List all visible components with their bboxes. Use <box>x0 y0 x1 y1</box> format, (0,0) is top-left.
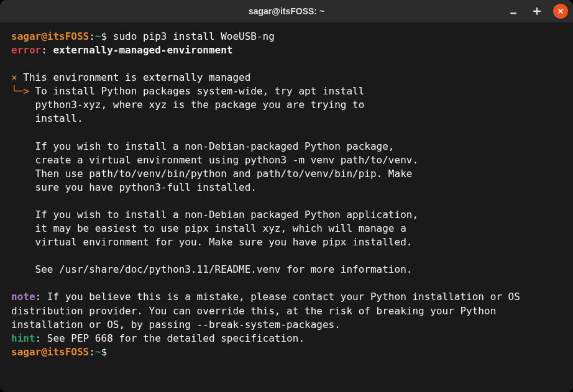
cursor <box>107 346 113 358</box>
pad <box>11 99 35 111</box>
pad <box>11 168 35 180</box>
close-button[interactable] <box>553 4 568 19</box>
hint-label: hint <box>11 332 35 344</box>
pad <box>11 222 35 234</box>
block-line: it may be easiest to use pipx install xy… <box>35 222 406 234</box>
error-label: error <box>11 44 41 56</box>
pad <box>11 209 35 221</box>
hint-text: : See PEP 668 for the detailed specifica… <box>35 332 305 344</box>
block-line: install. <box>35 112 83 124</box>
prompt-dollar: $ <box>101 30 108 42</box>
prompt-dollar: $ <box>101 346 108 358</box>
prompt-path: ~ <box>95 30 101 42</box>
pad <box>11 263 35 275</box>
error-sep: : <box>41 44 53 56</box>
maximize-button[interactable] <box>529 4 544 19</box>
pad <box>11 127 35 139</box>
minimize-button[interactable] <box>506 4 521 19</box>
pad <box>11 112 35 124</box>
prompt-userhost: sagar@itsFOSS <box>11 30 89 42</box>
block-line: sure you have python3-full installed. <box>35 181 257 193</box>
terminal-content[interactable]: sagar@itsFOSS:~$ sudo pip3 install WoeUS… <box>0 22 573 392</box>
prompt-path: ~ <box>95 346 101 358</box>
block-line: If you wish to install a non-Debian-pack… <box>35 140 395 152</box>
block-line: Then use path/to/venv/bin/python and pat… <box>35 168 413 180</box>
terminal-window: sagar@itsFOSS: ~ sagar@itsFOSS:~$ sudo p… <box>0 0 573 392</box>
note-text: : If you believe this is a mistake, plea… <box>11 291 526 330</box>
pad <box>11 154 35 166</box>
pad <box>11 140 35 152</box>
window-title: sagar@itsFOSS: ~ <box>249 6 324 16</box>
prompt-sep: : <box>89 346 95 358</box>
block-line: python3-xyz, where xyz is the package yo… <box>35 99 365 111</box>
titlebar: sagar@itsFOSS: ~ <box>0 0 573 22</box>
block-line: See /usr/share/doc/python3.11/README.ven… <box>35 263 413 275</box>
error-message: externally-managed-environment <box>53 44 232 56</box>
pad <box>11 181 35 193</box>
pad <box>11 236 35 248</box>
block-line: create a virtual environment using pytho… <box>35 154 419 166</box>
prompt-userhost: sagar@itsFOSS <box>11 346 89 358</box>
block-line: virtual environment for you. Make sure y… <box>35 236 413 248</box>
command: sudo pip3 install WoeUSB-ng <box>113 30 275 42</box>
env-header: This environment is externally managed <box>17 71 251 83</box>
arrow-icon: ╰─> <box>11 85 29 97</box>
window-controls <box>506 0 568 22</box>
pad <box>11 250 35 262</box>
command-text <box>107 30 113 42</box>
pad <box>11 195 35 207</box>
block-line: To install Python packages system-wide, … <box>29 85 364 97</box>
block-line: If you wish to install a non-Debian pack… <box>35 209 419 221</box>
prompt-sep: : <box>89 30 95 42</box>
cross-icon: × <box>11 71 17 83</box>
note-label: note <box>11 291 35 303</box>
